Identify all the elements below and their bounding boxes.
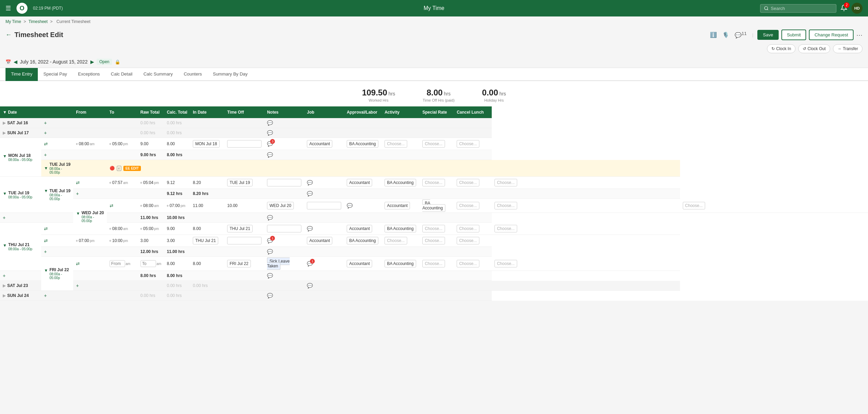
labor-cell[interactable]: BA Accounting: [382, 257, 420, 271]
refresh-cell[interactable]: ⇄: [41, 223, 73, 235]
mic-icon[interactable]: 🎙️: [721, 30, 731, 39]
add-icon[interactable]: +: [44, 120, 47, 126]
notes-cell[interactable]: 💬1: [304, 257, 344, 271]
job-cell[interactable]: Accountant: [382, 199, 420, 213]
labor-value[interactable]: BA Accounting: [385, 260, 416, 267]
tab-counters[interactable]: Counters: [178, 68, 208, 81]
job-value[interactable]: Accountant: [307, 237, 332, 244]
notes-cell[interactable]: 💬: [304, 189, 344, 199]
to-cell[interactable]: e05:04 pm: [138, 177, 164, 189]
activity-value[interactable]: Choose...: [385, 140, 407, 148]
activity-cell[interactable]: Choose...: [420, 223, 454, 235]
notification-button[interactable]: 2: [841, 4, 847, 12]
chat-icon[interactable]: 💬: [307, 180, 313, 185]
chat-badge[interactable]: 💬1: [307, 261, 313, 266]
job-cell[interactable]: Accountant: [304, 235, 344, 247]
transfer-button[interactable]: → Transfer: [833, 44, 863, 53]
refresh-icon[interactable]: ⇄: [110, 203, 113, 208]
expand-icon[interactable]: ▶: [3, 130, 6, 135]
cancel-lunch-cell[interactable]: Choose...: [492, 223, 680, 235]
submit-button[interactable]: Submit: [781, 30, 806, 40]
chat-icon[interactable]: 💬: [267, 215, 273, 220]
special-rate-value[interactable]: Choose...: [457, 225, 479, 232]
collapse-icon[interactable]: ▼: [44, 166, 48, 171]
in-date-value[interactable]: FRI Jul 22: [227, 260, 251, 267]
chat-icon[interactable]: 💬: [267, 273, 273, 278]
search-input[interactable]: [771, 6, 833, 11]
save-button[interactable]: Save: [757, 30, 779, 40]
next-period-button[interactable]: ▶: [90, 59, 94, 65]
expand-icon[interactable]: ▶: [3, 120, 6, 125]
special-rate-cell[interactable]: Choose...: [454, 177, 492, 189]
cancel-lunch-cell[interactable]: Choose...: [492, 177, 680, 189]
add-cell[interactable]: +: [0, 213, 41, 223]
labor-value[interactable]: BA Accounting: [347, 140, 378, 148]
time-off-input[interactable]: [267, 179, 301, 186]
from-cell[interactable]: e08:00 am: [138, 199, 164, 213]
to-cell[interactable]: e05:00 pm: [107, 138, 138, 150]
in-date-cell[interactable]: THU Jul 21: [190, 235, 224, 247]
notes-cell[interactable]: 💬3: [264, 138, 304, 150]
special-rate-cell[interactable]: Choose...: [454, 223, 492, 235]
job-value[interactable]: Accountant: [307, 140, 332, 148]
in-date-cell[interactable]: MON Jul 18: [190, 138, 224, 150]
in-date-value[interactable]: THU Jul 21: [227, 225, 253, 232]
special-rate-cell[interactable]: Choose...: [492, 199, 680, 213]
time-off-cell[interactable]: [224, 138, 264, 150]
collapse-icon[interactable]: ▼: [76, 211, 80, 216]
cancel-lunch-value[interactable]: Choose...: [457, 140, 479, 148]
clock-in-button[interactable]: ↻ Clock In: [767, 44, 795, 53]
refresh-cell[interactable]: ⇄: [73, 177, 107, 189]
time-off-input[interactable]: [227, 237, 261, 244]
more-options-button[interactable]: ⋯: [856, 31, 863, 39]
in-date-cell[interactable]: WED Jul 20: [264, 199, 304, 213]
notes-cell[interactable]: 💬: [344, 199, 382, 213]
labor-cell[interactable]: BA Accounting: [382, 177, 420, 189]
expand-icon[interactable]: ▶: [3, 293, 6, 298]
labor-cell[interactable]: BA Accounting: [344, 235, 382, 247]
chat-icon[interactable]: 💬: [267, 120, 273, 126]
add-cell[interactable]: +: [41, 247, 73, 257]
refresh-cell[interactable]: ⇄: [73, 257, 107, 271]
labor-value[interactable]: BA Accounting: [347, 237, 378, 244]
to-cell[interactable]: e07:00 pm: [164, 199, 190, 213]
refresh-cell[interactable]: ⇄: [107, 199, 138, 213]
to-cell[interactable]: e05:00 pm: [138, 223, 164, 235]
add-cell[interactable]: +: [41, 150, 73, 160]
cancel-lunch-value[interactable]: Choose...: [494, 225, 517, 232]
special-rate-value[interactable]: Choose...: [422, 140, 445, 148]
clock-out-button[interactable]: ↺ Clock Out: [798, 44, 830, 53]
notes-cell[interactable]: 💬: [264, 213, 304, 223]
cancel-lunch-cell[interactable]: Choose...: [454, 138, 492, 150]
collapse-icon[interactable]: ▼: [44, 188, 48, 193]
collapse-icon[interactable]: ▼: [3, 191, 7, 196]
collapse-icon[interactable]: ▼: [44, 268, 48, 273]
special-rate-cell[interactable]: Choose...: [420, 138, 454, 150]
collapse-icon[interactable]: ▼: [3, 243, 7, 248]
job-value[interactable]: Accountant: [385, 202, 410, 209]
labor-cell[interactable]: BA Accounting: [420, 199, 454, 213]
special-rate-value[interactable]: Choose...: [457, 260, 479, 267]
time-off-input[interactable]: [267, 225, 301, 232]
in-date-cell[interactable]: THU Jul 21: [224, 223, 264, 235]
activity-cell[interactable]: Choose...: [420, 257, 454, 271]
add-cell[interactable]: +: [0, 271, 41, 281]
refresh-icon[interactable]: ⇄: [76, 261, 80, 266]
time-off-cell[interactable]: [264, 177, 304, 189]
activity-value[interactable]: Choose...: [385, 237, 407, 244]
activity-cell[interactable]: Choose...: [420, 177, 454, 189]
add-icon[interactable]: +: [44, 293, 47, 298]
avatar[interactable]: HD: [852, 3, 863, 14]
chat-icon[interactable]: 💬: [347, 203, 353, 208]
cancel-lunch-value[interactable]: Choose...: [494, 260, 517, 267]
cancel-lunch-value[interactable]: Choose...: [494, 179, 517, 186]
job-cell[interactable]: Accountant: [344, 223, 382, 235]
cancel-lunch-cell[interactable]: Choose...: [492, 257, 680, 271]
in-date-value[interactable]: MON Jul 18: [193, 140, 219, 148]
job-value[interactable]: Accountant: [347, 179, 372, 186]
notes-cell[interactable]: 💬: [304, 281, 344, 291]
special-rate-value[interactable]: Choose...: [422, 237, 445, 244]
labor-value[interactable]: BA Accounting: [422, 199, 445, 212]
refresh-icon[interactable]: ⇄: [44, 226, 48, 231]
chat-icon[interactable]: 💬: [267, 249, 273, 254]
